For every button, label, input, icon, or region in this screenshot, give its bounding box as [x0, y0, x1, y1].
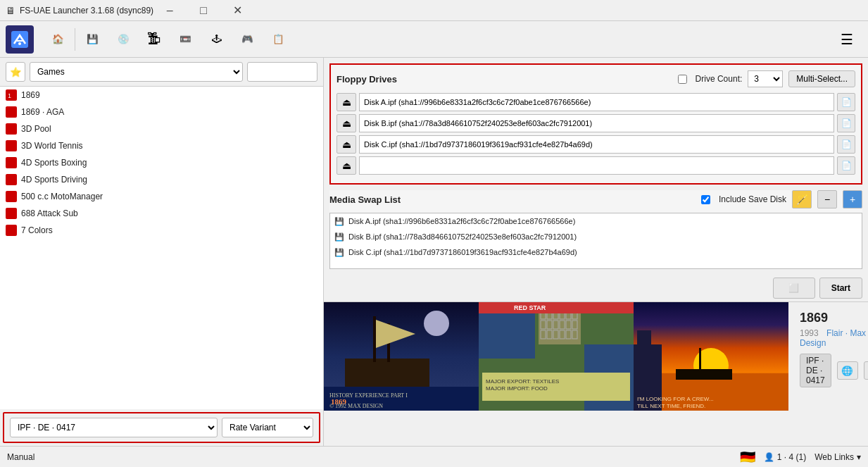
maximize-button[interactable]: □ [187, 0, 220, 21]
home-icon: 🏠 [52, 34, 64, 44]
swap-item-text: Disk B.ipf (sha1://78a3d846610752f240253… [348, 232, 577, 241]
config-button[interactable]: 📋 [263, 25, 294, 54]
swap-item[interactable]: 💾 Disk A.ipf (sha1://996b6e8331a2f6cf3c6… [330, 213, 862, 229]
game-name: 1869 · AGA [21, 107, 64, 117]
manual-item: Manual [7, 452, 34, 462]
chevron-down-icon: ▾ [857, 452, 861, 462]
floppy-header: Floppy Drives Drive Count: 3 1 2 4 Multi… [336, 70, 855, 87]
disk-d-copy-button[interactable]: 📄 [837, 156, 855, 175]
globe-button[interactable]: 🌐 [837, 361, 858, 380]
home-button[interactable]: 🏠 [42, 25, 73, 54]
list-item[interactable]: 500 c.c MotoManager [0, 188, 323, 205]
search-input[interactable] [247, 62, 317, 82]
joystick-button[interactable]: 🕹 [201, 25, 232, 54]
multi-select-button[interactable]: Multi-Select... [788, 70, 855, 87]
wand-icon: 🪄 [796, 194, 808, 205]
include-save-disk-label: Include Save Disk [719, 194, 786, 204]
disk-d-input[interactable] [359, 156, 834, 175]
disk-c-copy-button[interactable]: 📄 [837, 135, 855, 154]
disk-b-copy-button[interactable]: 📄 [837, 114, 855, 132]
list-item[interactable]: 3D World Tennis [0, 137, 323, 154]
hamburger-icon: ☰ [841, 31, 853, 48]
hd-icon: 🗜 [147, 31, 161, 47]
disk-a-copy-button[interactable]: 📄 [837, 93, 855, 111]
screenshot-2 [479, 302, 634, 411]
floppy-icon: 💾 [87, 34, 99, 44]
rate-variant-select[interactable]: Rate Variant [222, 418, 313, 437]
manual-label: Manual [7, 452, 34, 462]
edit-button[interactable]: ✏ [864, 361, 868, 380]
window-icon: ⬜ [788, 283, 799, 293]
disk-icon: 💾 [334, 248, 344, 257]
eject-icon: ⏏ [342, 118, 351, 129]
floppy-button[interactable]: 💾 [77, 25, 108, 54]
game-name: 1869 [21, 90, 40, 100]
list-item[interactable]: 1869 · AGA [0, 104, 323, 120]
category-select[interactable]: Games [30, 62, 243, 82]
drive-count-select[interactable]: 3 1 2 4 [748, 70, 783, 87]
minimize-button[interactable]: – [153, 0, 186, 21]
eject-icon: ⏏ [342, 160, 351, 171]
swap-item[interactable]: 💾 Disk C.ipf (sha1://1bd7d9737186019f361… [330, 244, 862, 260]
hd-button[interactable]: 🗜 [139, 25, 170, 54]
game-icon [6, 191, 17, 202]
drive-count-checkbox[interactable] [678, 75, 687, 84]
swap-clear-button[interactable]: 🪄 [792, 190, 812, 208]
game-list: 1 1869 1869 · AGA 3D Pool [0, 87, 323, 409]
svg-rect-8 [7, 175, 15, 184]
game-icon [6, 225, 17, 236]
game-name: 3D World Tennis [21, 141, 83, 151]
svg-point-1 [18, 42, 21, 45]
copy-icon: 📄 [841, 118, 852, 128]
flag-icon: 🇩🇪 [740, 449, 755, 465]
menu-button[interactable]: ☰ [831, 25, 862, 54]
swap-item-text: Disk A.ipf (sha1://996b6e8331a2f6cf3c6c7… [348, 217, 575, 225]
disk-c-eject-button[interactable]: ⏏ [336, 135, 356, 154]
svg-rect-7 [7, 158, 15, 167]
svg-rect-11 [7, 226, 15, 235]
game-name: 3D Pool [21, 124, 51, 134]
disk-c-input[interactable] [359, 135, 834, 154]
cd-button[interactable]: 💿 [108, 25, 139, 54]
swap-add-button[interactable]: + [843, 190, 862, 208]
cart-button[interactable]: 📼 [170, 25, 201, 54]
list-item[interactable]: 1 1869 [0, 87, 323, 104]
chip-button[interactable]: 🎮 [232, 25, 263, 54]
user-count-item: 👤 1 · 4 (1) [764, 452, 806, 462]
web-links-item[interactable]: Web Links ▾ [814, 452, 861, 462]
list-item[interactable]: 688 Attack Sub [0, 205, 323, 222]
disk-b-input[interactable] [359, 114, 834, 132]
list-item[interactable]: 4D Sports Driving [0, 171, 323, 188]
left-panel: ⭐ Games 1 1869 1 [0, 58, 324, 446]
screenshot-1 [324, 302, 479, 411]
disk-a-eject-button[interactable]: ⏏ [336, 93, 356, 111]
disk-b-eject-button[interactable]: ⏏ [336, 114, 356, 132]
disk-a-input[interactable] [359, 93, 834, 111]
list-item[interactable]: 7 Colors [0, 222, 323, 239]
list-item[interactable]: 3D Pool [0, 120, 323, 137]
variant-select[interactable]: IPF · DE · 0417 [10, 418, 218, 437]
floppy-title: Floppy Drives [336, 74, 672, 85]
close-button[interactable]: ✕ [221, 0, 253, 21]
titlebar-title: FS-UAE Launcher 3.1.68 (dsync89) [20, 6, 153, 15]
disk-icon: 💾 [334, 232, 344, 242]
filter-add-button[interactable]: ⭐ [6, 62, 25, 82]
swap-title: Media Swap List [329, 194, 696, 205]
swap-item[interactable]: 💾 Disk B.ipf (sha1://78a3d846610752f2402… [330, 229, 862, 244]
app-logo[interactable] [6, 25, 34, 54]
windowed-button[interactable]: ⬜ [773, 278, 815, 299]
swap-remove-button[interactable]: − [817, 190, 837, 208]
start-button[interactable]: Start [819, 278, 862, 299]
swap-list: 💾 Disk A.ipf (sha1://996b6e8331a2f6cf3c6… [329, 213, 862, 269]
game-icon [6, 174, 17, 185]
statusbar-right: 🇩🇪 👤 1 · 4 (1) Web Links ▾ [740, 449, 861, 465]
disk-d-eject-button[interactable]: ⏏ [336, 156, 356, 175]
svg-text:1: 1 [8, 92, 11, 99]
joystick-icon: 🕹 [212, 34, 221, 44]
game-icon [6, 208, 17, 219]
include-save-disk-checkbox[interactable] [701, 195, 710, 204]
game-icon [6, 157, 17, 168]
list-item[interactable]: 4D Sports Boxing [0, 154, 323, 171]
game-icon [6, 140, 17, 151]
variant-bar: IPF · DE · 0417 Rate Variant [3, 412, 320, 443]
